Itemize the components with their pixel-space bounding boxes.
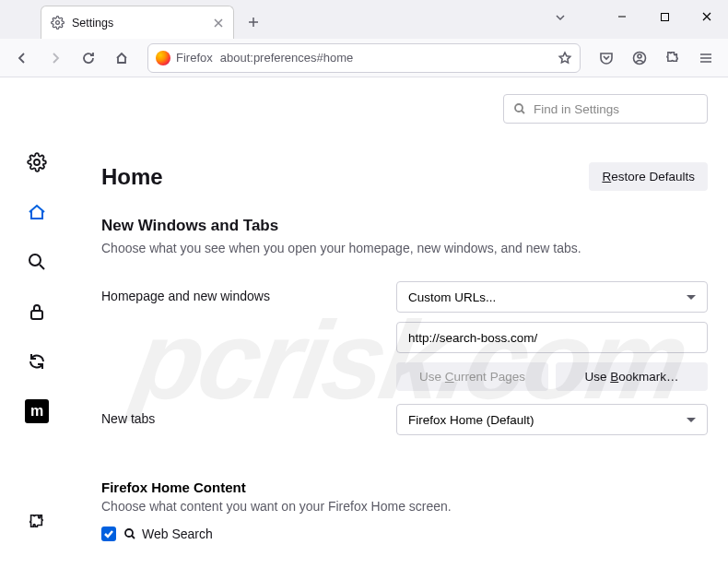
websearch-row: Web Search — [101, 527, 708, 541]
back-button[interactable] — [7, 43, 37, 73]
home-button[interactable] — [107, 43, 136, 73]
svg-point-6 — [29, 254, 41, 266]
settings-sidebar: m — [18, 144, 55, 430]
sidebar-privacy[interactable] — [18, 293, 55, 330]
section-windows-tabs-title: New Windows and Tabs — [101, 217, 708, 235]
svg-point-3 — [638, 54, 641, 58]
gear-icon — [51, 16, 65, 30]
newtabs-select[interactable]: Firefox Home (Default) — [396, 404, 708, 435]
close-icon[interactable] — [213, 18, 224, 29]
sidebar-extensions[interactable] — [18, 503, 55, 540]
settings-main: Home Restore Defaults New Windows and Ta… — [101, 96, 728, 541]
search-icon — [513, 102, 526, 115]
sidebar-home[interactable] — [18, 194, 55, 231]
use-current-pages-button[interactable]: Use Current Pages — [396, 362, 548, 391]
window-controls — [601, 0, 728, 33]
content-area: pcrisk.com m Home Restore Defaults New W… — [0, 77, 728, 568]
url-bar[interactable]: Firefox about:preferences#home — [147, 43, 581, 73]
svg-point-5 — [34, 160, 40, 165]
svg-rect-1 — [661, 13, 668, 20]
svg-point-8 — [125, 529, 133, 537]
sidebar-general[interactable] — [18, 144, 55, 181]
tab-title: Settings — [72, 17, 205, 30]
star-icon[interactable] — [558, 51, 572, 65]
close-button[interactable] — [686, 0, 728, 33]
firefox-home-content-desc: Choose what content you want on your Fir… — [101, 499, 708, 514]
page-title: Home — [101, 164, 163, 190]
sidebar-sync[interactable] — [18, 343, 55, 380]
account-button[interactable] — [625, 43, 654, 73]
svg-rect-7 — [31, 311, 42, 319]
sidebar-search[interactable] — [18, 243, 55, 280]
m-icon: m — [25, 399, 49, 423]
sidebar-more[interactable]: m — [18, 393, 55, 430]
browser-toolbar: Firefox about:preferences#home — [0, 39, 728, 77]
use-bookmark-button[interactable]: Use Bookmark… — [556, 362, 708, 391]
newtabs-label: New tabs — [101, 404, 396, 426]
pocket-button[interactable] — [592, 43, 621, 73]
svg-point-4 — [515, 104, 523, 112]
identity-label: Firefox — [176, 51, 213, 65]
extensions-button[interactable] — [658, 43, 687, 73]
titlebar: Settings — [0, 0, 728, 39]
svg-point-0 — [56, 21, 60, 25]
forward-button[interactable] — [41, 43, 70, 73]
reload-button[interactable] — [74, 43, 103, 73]
homepage-url-input[interactable] — [396, 322, 708, 353]
maximize-button[interactable] — [643, 0, 686, 33]
homepage-select[interactable]: Custom URLs... — [396, 281, 708, 313]
minimize-button[interactable] — [601, 0, 643, 33]
new-tab-button[interactable] — [240, 8, 267, 36]
tab-list-button[interactable] — [554, 11, 567, 24]
section-windows-tabs-desc: Choose what you see when you open your h… — [101, 241, 708, 255]
browser-tab[interactable]: Settings — [41, 6, 234, 39]
search-icon — [123, 527, 136, 540]
find-input[interactable] — [534, 102, 698, 116]
restore-defaults-button[interactable]: Restore Defaults — [589, 162, 708, 191]
websearch-label: Web Search — [123, 527, 213, 541]
firefox-icon — [156, 51, 170, 65]
identity-box[interactable]: Firefox — [156, 51, 213, 65]
url-text: about:preferences#home — [220, 51, 550, 65]
find-in-settings[interactable] — [503, 94, 708, 124]
firefox-home-content-title: Firefox Home Content — [101, 479, 708, 495]
websearch-checkbox[interactable] — [101, 527, 116, 541]
menu-button[interactable] — [691, 43, 721, 73]
homepage-label: Homepage and new windows — [101, 281, 396, 303]
